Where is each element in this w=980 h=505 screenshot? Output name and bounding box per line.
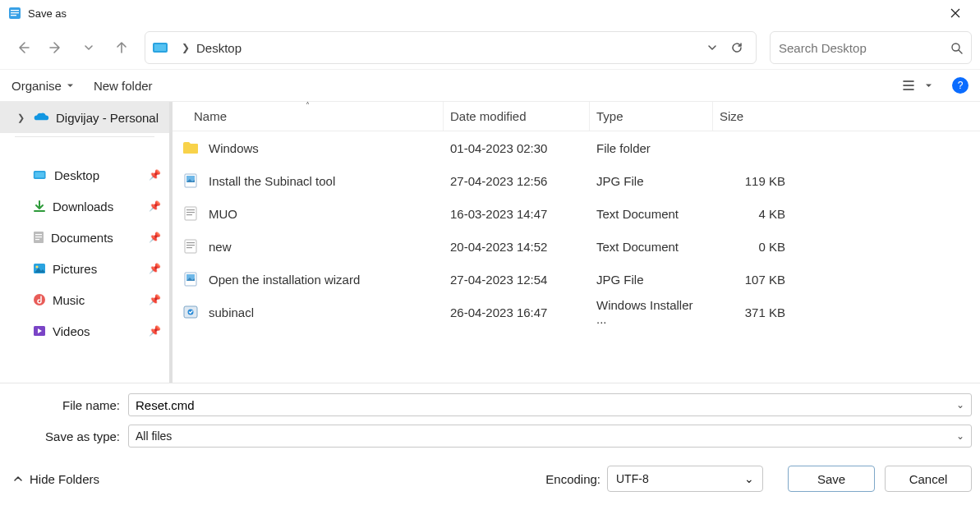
- chevron-down-icon[interactable]: ⌄: [951, 399, 964, 411]
- sidebar-item-label: Downloads: [53, 200, 142, 213]
- address-bar[interactable]: ❯ Desktop: [145, 31, 757, 64]
- svg-rect-22: [186, 214, 192, 215]
- file-date: 01-04-2023 02:30: [444, 141, 590, 155]
- file-name: subinacl: [209, 305, 254, 319]
- view-menu[interactable]: [902, 79, 932, 92]
- address-history-button[interactable]: [700, 35, 725, 60]
- new-folder-label: New folder: [94, 79, 153, 93]
- file-row[interactable]: new20-04-2023 14:52Text Document0 KB: [173, 230, 980, 263]
- file-row[interactable]: MUO16-03-2023 14:47Text Document4 KB: [173, 197, 980, 230]
- sidebar-item-videos[interactable]: Videos📌: [0, 315, 169, 347]
- txt-icon: [182, 238, 199, 255]
- save-label: Save: [817, 472, 845, 486]
- up-button[interactable]: [107, 33, 136, 62]
- file-size: 107 KB: [713, 273, 792, 287]
- svg-rect-12: [35, 239, 39, 240]
- chevron-down-icon[interactable]: ⌄: [951, 430, 964, 442]
- file-row[interactable]: Windows01-04-2023 02:30File folder: [173, 131, 980, 164]
- hide-folders-button[interactable]: Hide Folders: [8, 472, 99, 486]
- filename-row: File name: ⌄: [8, 393, 972, 416]
- column-headers: ˄ Name Date modified Type Size: [173, 102, 980, 131]
- file-size: 371 KB: [713, 305, 792, 319]
- organise-menu[interactable]: Organise: [12, 79, 74, 93]
- file-type: Text Document: [590, 240, 713, 254]
- filename-label: File name:: [8, 398, 128, 412]
- refresh-icon: [730, 41, 743, 54]
- filename-combo[interactable]: ⌄: [128, 393, 972, 416]
- nav-pane: ❯ Digvijay - Personal Desktop📌Downloads📌…: [0, 102, 173, 383]
- column-header-name[interactable]: ˄ Name: [173, 102, 444, 131]
- sidebar-item-downloads[interactable]: Downloads📌: [0, 191, 169, 222]
- txt-icon: [182, 205, 199, 222]
- pin-icon: 📌: [149, 200, 161, 212]
- pin-icon: 📌: [149, 263, 161, 274]
- column-header-type[interactable]: Type: [590, 102, 713, 131]
- close-button[interactable]: [939, 2, 972, 25]
- img-icon: [182, 271, 199, 287]
- chevron-down-icon: [925, 82, 932, 90]
- file-date: 27-04-2023 12:54: [444, 273, 590, 287]
- sidebar-item-desktop[interactable]: Desktop📌: [0, 159, 169, 191]
- savetype-combo[interactable]: All files ⌄: [128, 425, 972, 448]
- arrow-up-icon: [114, 40, 129, 55]
- pin-icon: 📌: [149, 232, 161, 243]
- sidebar-item-pictures[interactable]: Pictures📌: [0, 253, 169, 284]
- svg-rect-24: [186, 242, 195, 243]
- sidebar-item-documents[interactable]: Documents📌: [0, 222, 169, 253]
- file-row[interactable]: subinacl26-04-2023 16:47Windows Installe…: [173, 296, 980, 328]
- breadcrumb-location: Desktop: [196, 41, 242, 55]
- chevron-down-icon[interactable]: ⌄: [744, 472, 754, 485]
- sidebar-item-music[interactable]: Music📌: [0, 284, 169, 315]
- svg-rect-26: [186, 247, 192, 248]
- file-row[interactable]: Open the installation wizard27-04-2023 1…: [173, 263, 980, 296]
- col-date-label: Date modified: [450, 109, 527, 123]
- sidebar-item-label: Music: [53, 293, 142, 307]
- file-name: MUO: [209, 207, 237, 221]
- videos-icon: [33, 325, 46, 337]
- svg-rect-8: [35, 172, 44, 178]
- location-icon: [152, 41, 170, 54]
- footer-row: Hide Folders Encoding: UTF-8 ⌄ Save Canc…: [8, 466, 972, 492]
- cancel-button[interactable]: Cancel: [885, 466, 972, 492]
- back-button[interactable]: [8, 33, 38, 62]
- bottom-pane: File name: ⌄ Save as type: All files ⌄ H…: [0, 383, 980, 505]
- new-folder-button[interactable]: New folder: [94, 79, 153, 93]
- column-header-size[interactable]: Size: [713, 102, 792, 131]
- arrow-left-icon: [16, 40, 30, 55]
- file-row[interactable]: Install the Subinacl tool27-04-2023 12:5…: [173, 164, 980, 197]
- savetype-row: Save as type: All files ⌄: [8, 425, 972, 448]
- folder-icon: [182, 140, 199, 156]
- sidebar-account-label: Digvijay - Personal: [56, 111, 161, 125]
- forward-button[interactable]: [41, 33, 71, 62]
- filename-input[interactable]: [136, 398, 951, 412]
- app-icon: [8, 7, 21, 20]
- file-type: File folder: [590, 141, 713, 155]
- file-size: 0 KB: [713, 240, 792, 254]
- hide-folders-label: Hide Folders: [30, 472, 99, 486]
- refresh-button[interactable]: [725, 35, 749, 60]
- nav-row: ❯ Desktop: [0, 26, 980, 69]
- svg-rect-11: [35, 236, 42, 237]
- sidebar-quick-access: Desktop📌Downloads📌Documents📌Pictures📌Mus…: [0, 159, 169, 347]
- save-button[interactable]: Save: [788, 466, 875, 492]
- help-button[interactable]: ?: [952, 77, 968, 94]
- svg-point-14: [35, 265, 38, 268]
- title-bar: Save as: [0, 0, 980, 26]
- search-box[interactable]: [770, 31, 972, 64]
- chevron-right-icon: ❯: [15, 112, 26, 123]
- column-header-date[interactable]: Date modified: [444, 102, 590, 131]
- pictures-icon: [33, 263, 46, 274]
- sidebar-item-label: Videos: [53, 324, 142, 338]
- file-type: Text Document: [590, 207, 713, 221]
- file-list[interactable]: Windows01-04-2023 02:30File folderInstal…: [173, 131, 980, 383]
- music-icon: [33, 293, 46, 306]
- close-icon: [950, 8, 960, 18]
- encoding-combo[interactable]: UTF-8 ⌄: [607, 466, 763, 492]
- svg-rect-23: [185, 240, 196, 253]
- command-bar: Organise New folder ?: [0, 69, 980, 102]
- downloads-icon: [33, 200, 46, 213]
- sidebar-item-account[interactable]: ❯ Digvijay - Personal: [0, 102, 169, 133]
- svg-rect-5: [154, 44, 166, 51]
- recent-locations-button[interactable]: [74, 33, 104, 62]
- search-input[interactable]: [779, 41, 945, 55]
